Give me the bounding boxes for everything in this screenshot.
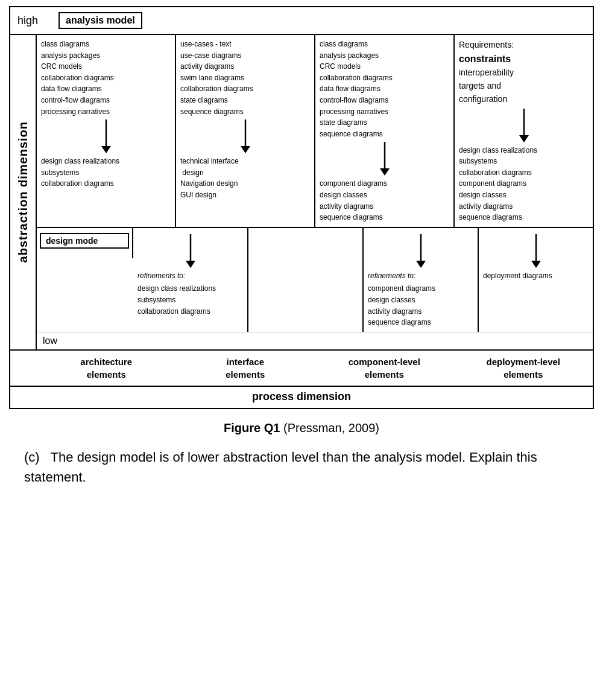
process-dimension-label: process dimension xyxy=(10,386,593,408)
svg-marker-13 xyxy=(531,261,541,268)
analysis-model-box: analysis model xyxy=(58,12,142,29)
figure-caption: Figure Q1 (Pressman, 2009) xyxy=(6,421,597,435)
question-part: (c) xyxy=(24,450,40,465)
svg-marker-7 xyxy=(519,135,529,142)
low-label-row: low xyxy=(37,332,593,349)
deployment-design-col: deployment diagrams xyxy=(479,228,593,332)
arrow-down-interface-upper xyxy=(239,119,251,153)
abstraction-dimension-label: abstraction dimension xyxy=(16,121,30,262)
svg-marker-1 xyxy=(101,146,111,153)
interface-design-col xyxy=(248,228,364,332)
design-mode-area: design mode refinements to: xyxy=(37,227,593,332)
interface-upper-col: use-cases - text use-case diagrams activ… xyxy=(176,35,315,227)
component-upper-items: class diagrams analysis packages CRC mod… xyxy=(320,39,449,139)
middle-section: abstraction dimension class diagrams ana… xyxy=(10,35,593,349)
svg-marker-9 xyxy=(186,261,195,268)
component-refinements-label: refinements to: xyxy=(368,270,473,282)
header-row: high analysis model xyxy=(10,7,593,35)
upper-half: class diagrams analysis packages CRC mod… xyxy=(37,35,593,227)
content-area: class diagrams analysis packages CRC mod… xyxy=(37,35,593,349)
arch-upper-items: class diagrams analysis packages CRC mod… xyxy=(41,39,171,117)
svg-marker-11 xyxy=(416,261,426,268)
svg-marker-3 xyxy=(241,146,250,153)
component-design-col: refinements to: component diagrams desig… xyxy=(364,228,479,332)
arch-design-col: refinements to: design class realization… xyxy=(133,228,248,332)
svg-marker-5 xyxy=(380,168,390,176)
design-cols-area: refinements to: design class realization… xyxy=(133,228,593,332)
question-text: (c) The design model is of lower abstrac… xyxy=(24,447,579,487)
architecture-upper-col: class diagrams analysis packages CRC mod… xyxy=(37,35,176,227)
interface-upper-items: use-cases - text use-case diagrams activ… xyxy=(180,39,310,117)
arrow-down-component-upper xyxy=(379,142,391,176)
arch-lower-upper-items: design class realizations subsystems col… xyxy=(41,156,171,189)
deployment-upper-items: Requirements: constraints interoperabili… xyxy=(459,39,589,106)
question-body: The design model is of lower abstraction… xyxy=(24,450,537,485)
design-box-wrap: design mode xyxy=(37,228,133,258)
design-mode-label: design mode xyxy=(40,233,129,249)
deployment-lower-upper-items: design class realizations subsystems col… xyxy=(459,145,589,223)
abstraction-dimension-col: abstraction dimension xyxy=(10,35,37,349)
interface-lower-upper-items: technical interface design Navigation de… xyxy=(180,156,310,200)
arrow-down-arch-upper xyxy=(100,119,112,153)
diagram-box: high analysis model abstraction dimensio… xyxy=(9,6,594,409)
deployment-bottom-label: deployment-levelelements xyxy=(454,351,593,386)
interface-bottom-label: interfaceelements xyxy=(176,351,315,386)
component-bottom-label: component-levelelements xyxy=(315,351,454,386)
component-upper-col: class diagrams analysis packages CRC mod… xyxy=(315,35,455,227)
arrow-down-deployment-design xyxy=(530,234,542,268)
arrow-down-component-design xyxy=(415,234,427,268)
arrow-down-deployment-upper xyxy=(518,109,530,142)
arch-bottom-label: architectureelements xyxy=(37,351,176,386)
deployment-upper-col: Requirements: constraints interoperabili… xyxy=(455,35,593,227)
high-label: high xyxy=(10,14,58,27)
figure-caption-bold: Figure Q1 xyxy=(224,421,280,434)
low-label: low xyxy=(37,332,121,349)
arrow-down-arch-design xyxy=(185,234,197,268)
col-labels-row: architectureelements interfaceelements c… xyxy=(37,351,593,386)
bottom-row: architectureelements interfaceelements c… xyxy=(10,349,593,408)
figure-caption-normal: (Pressman, 2009) xyxy=(280,421,379,434)
component-lower-upper-items: component diagrams design classes activi… xyxy=(320,178,449,223)
arch-refinements-label: refinements to: xyxy=(137,270,243,282)
page-wrapper: high analysis model abstraction dimensio… xyxy=(0,0,603,505)
